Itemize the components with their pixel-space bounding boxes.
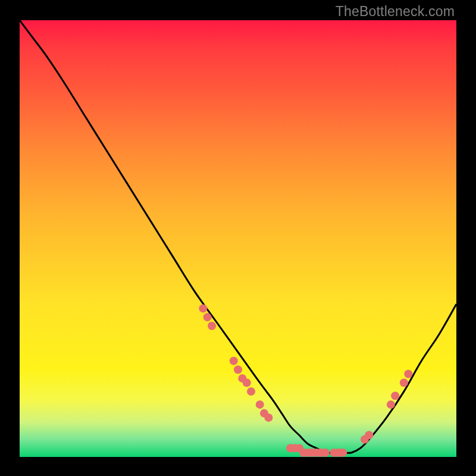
data-marker	[256, 400, 264, 409]
chart-svg	[20, 20, 456, 457]
data-marker	[339, 449, 347, 457]
data-marker	[400, 378, 408, 387]
data-marker	[208, 322, 216, 330]
plot-area	[20, 20, 456, 457]
data-marker	[243, 378, 251, 387]
data-marker	[199, 304, 207, 312]
marker-group	[199, 304, 412, 456]
bottleneck-curve-path	[20, 20, 456, 453]
chart-frame: TheBottleneck.com	[0, 0, 476, 476]
data-marker	[234, 365, 242, 374]
attribution-label: TheBottleneck.com	[336, 4, 455, 20]
data-marker	[247, 387, 255, 396]
data-marker	[387, 400, 395, 409]
data-marker	[391, 392, 399, 400]
data-marker	[203, 313, 212, 321]
data-marker	[321, 449, 330, 457]
data-marker	[365, 431, 373, 439]
data-marker	[404, 370, 412, 378]
data-marker	[230, 357, 238, 365]
data-marker	[264, 414, 273, 422]
